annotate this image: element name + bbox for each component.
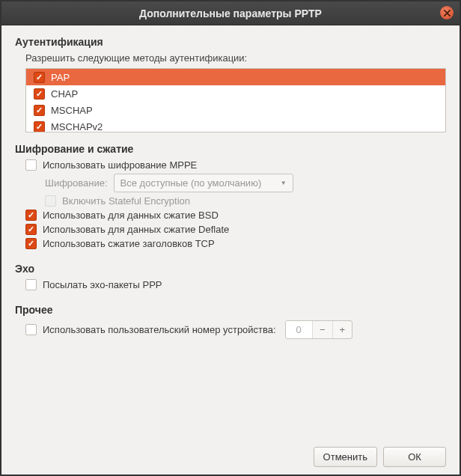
unit-checkbox[interactable]	[25, 324, 37, 335]
deflate-row[interactable]: Использовать для данных сжатие Deflate	[25, 224, 446, 235]
deflate-label: Использовать для данных сжатие Deflate	[43, 224, 229, 235]
dialog-buttons: Отменить ОК	[15, 442, 446, 467]
unit-row[interactable]: Использовать пользовательский номер устр…	[25, 320, 446, 339]
bsd-checkbox[interactable]	[25, 210, 37, 221]
unit-spinner: 0 − +	[285, 320, 352, 339]
tcp-label: Использовать сжатие заголовков TCP	[43, 238, 215, 249]
auth-mschap-checkbox[interactable]	[34, 105, 45, 116]
auth-item-mschapv2[interactable]: MSCHAPv2	[26, 118, 445, 132]
auth-section-title: Аутентификация	[15, 36, 446, 48]
auth-item-label: CHAP	[51, 88, 78, 100]
echo-row[interactable]: Посылать эхо-пакеты PPP	[25, 279, 446, 290]
auth-pap-checkbox[interactable]	[34, 72, 45, 83]
auth-section: Аутентификация Разрешить следующие метод…	[15, 36, 446, 132]
auth-item-chap[interactable]: CHAP	[26, 85, 445, 102]
tcp-checkbox[interactable]	[25, 238, 37, 249]
chevron-down-icon: ▼	[281, 180, 287, 186]
auth-item-label: PAP	[51, 72, 70, 83]
window-titlebar: Дополнительные параметры PPTP	[1, 1, 460, 25]
tcp-row[interactable]: Использовать сжатие заголовков TCP	[25, 238, 446, 249]
auth-item-label: MSCHAPv2	[51, 121, 103, 132]
security-label: Шифрование:	[45, 177, 108, 189]
security-dropdown: Все доступные (по умолчанию) ▼	[114, 174, 293, 192]
encryption-section: Шифрование и сжатие Использовать шифрова…	[15, 143, 446, 252]
auth-item-label: MSCHAP	[51, 105, 93, 116]
mppe-row[interactable]: Использовать шифрование MPPE	[25, 159, 446, 171]
auth-item-pap[interactable]: PAP	[26, 69, 445, 85]
unit-plus-button: +	[332, 321, 352, 338]
bsd-row[interactable]: Использовать для данных сжатие BSD	[25, 210, 446, 221]
unit-minus-button: −	[313, 321, 332, 338]
mppe-label: Использовать шифрование MPPE	[43, 159, 197, 171]
unit-value: 0	[286, 321, 313, 338]
echo-label: Посылать эхо-пакеты PPP	[43, 279, 162, 290]
bsd-label: Использовать для данных сжатие BSD	[43, 210, 219, 221]
stateful-label: Включить Stateful Encryption	[62, 195, 190, 207]
echo-section-title: Эхо	[15, 263, 446, 275]
auth-chap-checkbox[interactable]	[34, 88, 45, 100]
stateful-checkbox	[45, 195, 56, 207]
echo-checkbox[interactable]	[25, 279, 37, 290]
misc-section-title: Прочее	[15, 304, 446, 316]
window-title: Дополнительные параметры PPTP	[139, 7, 322, 19]
ok-button[interactable]: ОК	[383, 447, 446, 467]
echo-section: Эхо Посылать эхо-пакеты PPP	[15, 263, 446, 293]
dropdown-value: Все доступные (по умолчанию)	[120, 177, 262, 189]
cancel-button[interactable]: Отменить	[314, 447, 377, 467]
encryption-section-title: Шифрование и сжатие	[15, 143, 446, 155]
auth-item-mschap[interactable]: MSCHAP	[26, 102, 445, 118]
auth-hint: Разрешить следующие методы аутентификаци…	[25, 52, 446, 64]
mppe-checkbox[interactable]	[25, 159, 37, 171]
auth-methods-list[interactable]: PAP CHAP MSCHAP MSCHAPv2	[25, 68, 446, 132]
auth-mschapv2-checkbox[interactable]	[34, 121, 45, 132]
deflate-checkbox[interactable]	[25, 224, 37, 235]
misc-section: Прочее Использовать пользовательский ном…	[15, 304, 446, 342]
close-icon	[444, 10, 451, 16]
close-button[interactable]	[440, 6, 454, 19]
unit-label: Использовать пользовательский номер устр…	[43, 324, 276, 335]
